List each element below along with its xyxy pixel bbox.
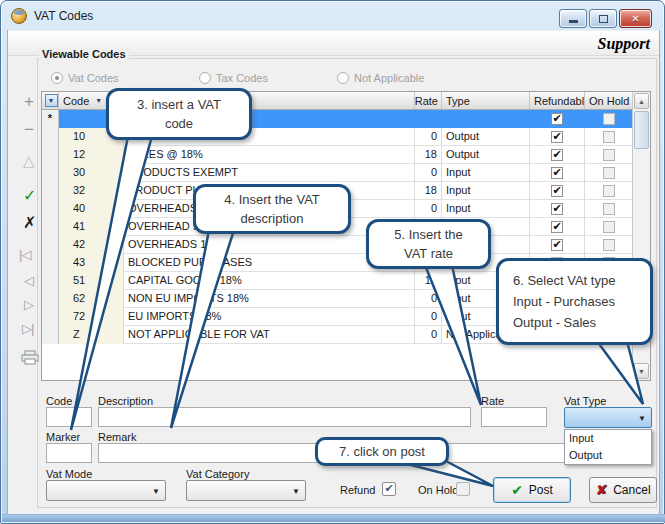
add-record-icon[interactable]: + <box>24 92 34 112</box>
next-record-icon[interactable]: ▷ <box>24 297 33 312</box>
cancel-record-icon[interactable]: ✗ <box>23 213 36 232</box>
cell-description[interactable]: CAPITAL GOODS 18% <box>124 272 415 290</box>
grid-filter-button[interactable]: ▼ <box>45 94 58 107</box>
row-selector[interactable] <box>42 128 59 146</box>
radio-vat-codes[interactable]: Vat Codes <box>51 71 119 85</box>
cell-code[interactable]: 43 <box>59 254 124 272</box>
vat-mode-dropdown[interactable]: ▼ <box>46 480 166 501</box>
vat-category-dropdown[interactable]: ▼ <box>186 480 306 501</box>
row-selector[interactable] <box>42 254 59 272</box>
cell-refundable[interactable] <box>530 128 585 146</box>
last-record-icon[interactable]: ▷| <box>22 321 33 336</box>
cell-refundable[interactable] <box>530 146 585 164</box>
cell-code[interactable]: 72 <box>59 308 124 326</box>
post-button[interactable]: ✔ Post <box>493 477 571 503</box>
title-bar[interactable]: VAT Codes ✕ <box>1 1 665 30</box>
cell-type[interactable]: Input <box>442 182 530 200</box>
cell-rate[interactable]: 0 <box>415 308 442 326</box>
row-selector[interactable]: * <box>42 110 59 128</box>
cell-code[interactable]: 42 <box>59 236 124 254</box>
on-hold-checkbox[interactable] <box>603 203 615 215</box>
radio-tax-codes[interactable]: Tax Codes <box>199 71 268 85</box>
cell-code[interactable]: Z <box>59 326 124 344</box>
cell-refundable[interactable] <box>530 164 585 182</box>
row-selector[interactable] <box>42 326 59 344</box>
cell-code[interactable]: 32 <box>59 182 124 200</box>
scroll-up-button[interactable]: ▲ <box>634 93 649 109</box>
cell-on-hold[interactable] <box>585 182 632 200</box>
cell-on-hold[interactable] <box>585 164 632 182</box>
cell-on-hold[interactable] <box>585 200 632 218</box>
cell-on-hold[interactable] <box>585 146 632 164</box>
cell-description[interactable]: NON EU IMPORTS 18% <box>124 290 415 308</box>
option-output[interactable]: Output <box>565 447 651 464</box>
cell-type[interactable] <box>442 110 530 128</box>
header-on-hold[interactable]: On Hold <box>585 92 632 109</box>
post-record-icon[interactable]: ✓ <box>23 186 36 205</box>
cell-refundable[interactable] <box>530 200 585 218</box>
vat-type-dropdown[interactable]: ▼ <box>564 407 652 428</box>
table-row[interactable]: 12 SALES @ 18% 18 Output <box>42 146 632 164</box>
cell-refundable[interactable] <box>530 236 585 254</box>
cell-rate[interactable]: 18 <box>415 146 442 164</box>
code-input[interactable] <box>46 407 92 427</box>
cell-on-hold[interactable] <box>585 236 632 254</box>
on-hold-checkbox[interactable] <box>603 167 615 179</box>
cell-refundable[interactable] <box>530 218 585 236</box>
cell-type[interactable]: Input <box>442 164 530 182</box>
cell-type[interactable]: Output <box>442 146 530 164</box>
on-hold-checkbox[interactable] <box>603 239 615 251</box>
cell-description[interactable]: EU IMPORTS 18% <box>124 308 415 326</box>
on-hold-checkbox[interactable] <box>456 482 470 496</box>
row-selector[interactable] <box>42 164 59 182</box>
header-type[interactable]: Type <box>442 92 530 109</box>
print-icon[interactable] <box>21 350 39 366</box>
cell-rate[interactable]: 0 <box>415 164 442 182</box>
prior-record-icon[interactable]: ◁ <box>24 273 33 288</box>
table-row[interactable]: 42 OVERHEADS 18% <box>42 236 632 254</box>
cell-code[interactable]: 30 <box>59 164 124 182</box>
refundable-checkbox[interactable] <box>551 185 563 197</box>
radio-not-applicable[interactable]: Not Applicable <box>337 71 424 85</box>
on-hold-checkbox[interactable] <box>603 185 615 197</box>
cell-on-hold[interactable] <box>585 128 632 146</box>
cell-rate[interactable]: 0 <box>415 290 442 308</box>
refundable-checkbox[interactable] <box>551 131 563 143</box>
cell-type[interactable]: Output <box>442 128 530 146</box>
cell-refundable[interactable] <box>530 110 585 128</box>
maximize-button[interactable] <box>589 9 617 28</box>
cell-rate[interactable]: 0 <box>415 128 442 146</box>
close-button[interactable]: ✕ <box>619 9 652 28</box>
first-record-icon[interactable]: |◁ <box>19 247 30 262</box>
cell-on-hold[interactable] <box>585 110 632 128</box>
option-input[interactable]: Input <box>565 430 651 447</box>
minimize-button[interactable] <box>559 9 587 28</box>
row-selector[interactable] <box>42 182 59 200</box>
on-hold-checkbox[interactable] <box>603 221 615 233</box>
edit-record-icon[interactable]: △ <box>23 152 35 170</box>
refund-checkbox[interactable] <box>382 482 396 496</box>
cell-code[interactable]: 51 <box>59 272 124 290</box>
row-selector[interactable] <box>42 236 59 254</box>
cell-refundable[interactable] <box>530 182 585 200</box>
cell-type[interactable]: Input <box>442 200 530 218</box>
on-hold-checkbox[interactable] <box>603 113 615 125</box>
table-row[interactable]: 30 PRODUCTS EXEMPT 0 Input <box>42 164 632 182</box>
header-refundable[interactable]: Refundable <box>530 92 585 109</box>
on-hold-checkbox[interactable] <box>603 149 615 161</box>
cell-rate[interactable]: 0 <box>415 326 442 344</box>
row-selector[interactable] <box>42 218 59 236</box>
cell-rate[interactable]: 0 <box>415 200 442 218</box>
scrollbar-thumb[interactable] <box>634 111 649 149</box>
row-selector[interactable] <box>42 272 59 290</box>
refundable-checkbox[interactable] <box>551 203 563 215</box>
marker-input[interactable] <box>46 443 92 463</box>
cell-code[interactable]: 12 <box>59 146 124 164</box>
refundable-checkbox[interactable] <box>551 221 563 233</box>
cell-code[interactable]: 62 <box>59 290 124 308</box>
cell-rate[interactable]: 18 <box>415 272 442 290</box>
cell-rate[interactable] <box>415 110 442 128</box>
cancel-button[interactable]: ✘ Cancel <box>589 477 657 503</box>
cell-description[interactable]: PRODUCTS EXEMPT <box>124 164 415 182</box>
cell-description[interactable]: SALES @ 18% <box>124 146 415 164</box>
